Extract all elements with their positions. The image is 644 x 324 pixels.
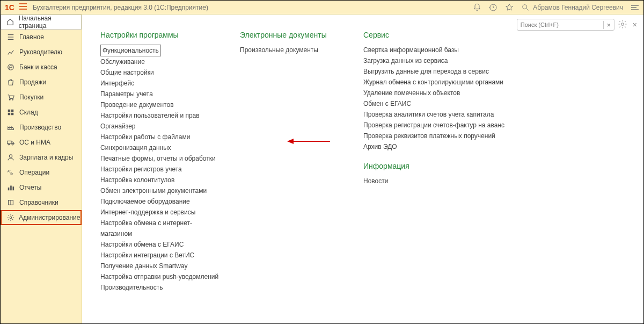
menu-link[interactable]: Общие настройки (100, 69, 154, 76)
bars-icon (6, 183, 15, 192)
sidebar-label: Справочники (19, 199, 58, 206)
menu-link[interactable]: Интернет-поддержка и сервисы (100, 208, 195, 216)
sidebar-label: Продажи (19, 78, 46, 86)
menu-link[interactable]: Журнал обмена с контролирующими органами (363, 78, 503, 86)
settings-gear-icon[interactable] (618, 19, 627, 31)
menu-link[interactable]: Настройки работы с файлами (100, 133, 190, 141)
menu-link[interactable]: Органайзер (100, 123, 136, 130)
search-clear-button[interactable]: × (603, 21, 614, 29)
sidebar-label: Банк и касса (19, 63, 57, 71)
svg-point-0 (523, 4, 527, 9)
panel-toggle-icon[interactable] (631, 3, 639, 12)
app-title: Бухгалтерия предприятия, редакция 3.0 (1… (33, 4, 208, 11)
hamburger-icon[interactable] (19, 2, 27, 13)
sidebar-item-0[interactable]: Главное (1, 30, 82, 45)
sidebar-label: Отчеты (19, 184, 41, 191)
chart-icon (6, 48, 15, 56)
bag-icon (6, 78, 15, 87)
sidebar-label: Производство (19, 124, 61, 131)
menu-link[interactable]: Настройки регистров учета (100, 165, 182, 173)
boxes-icon (6, 108, 15, 117)
svg-point-10 (12, 143, 13, 145)
search-input[interactable] (517, 21, 603, 28)
bell-icon[interactable] (473, 3, 481, 12)
menu-link[interactable]: Свертка информационной базы (363, 46, 459, 54)
sidebar-item-12[interactable]: Администрирование (1, 210, 82, 225)
menu-link[interactable]: Удаление помеченных объектов (363, 89, 460, 97)
cart-icon (6, 93, 15, 102)
menu-link[interactable]: Получение данных Smartway (100, 262, 188, 270)
sidebar-item-5[interactable]: Склад (1, 105, 82, 120)
sidebar-item-8[interactable]: Зарплата и кадры (1, 150, 82, 165)
svg-point-1 (8, 64, 14, 70)
menu-link[interactable]: Интерфейс (100, 80, 134, 87)
ruble-icon (6, 63, 15, 71)
menu-link[interactable]: Выгрузить данные для перехода в сервис (363, 68, 489, 75)
svg-rect-15 (10, 186, 12, 191)
sidebar: Начальная страница ГлавноеРуководителюБа… (1, 15, 82, 323)
page-toolbar: × × (517, 19, 637, 31)
menu-link[interactable]: Настройки обмена с ЕГАИС (100, 241, 184, 248)
settings-heading: Настройки программы (100, 31, 224, 39)
factory-icon (6, 123, 15, 132)
svg-rect-14 (8, 188, 10, 190)
menu-link[interactable]: Обмен с ЕГАИС (363, 100, 411, 107)
menu-link[interactable]: Функциональность (100, 45, 161, 56)
menu-link[interactable]: Настройка колонтитулов (100, 176, 174, 184)
menu-link[interactable]: Подключаемое оборудование (100, 198, 190, 205)
sidebar-item-11[interactable]: Справочники (1, 195, 82, 210)
menu-link[interactable]: Параметры учета (100, 90, 153, 98)
menu-link[interactable]: Проверка аналитики счетов учета капитала (363, 111, 494, 118)
menu-link[interactable]: Настройки пользователей и прав (100, 112, 200, 119)
sidebar-label: Склад (19, 109, 38, 116)
menu-link[interactable]: Загрузка данных из сервиса (363, 57, 448, 64)
sidebar-item-9[interactable]: ДтКтОперации (1, 165, 82, 180)
menu-link[interactable]: Произвольные документы (240, 46, 318, 54)
sidebar-item-4[interactable]: Покупки (1, 90, 82, 105)
star-icon[interactable] (505, 3, 514, 12)
sidebar-label: Главное (19, 33, 44, 41)
menu-link[interactable]: Проверка реквизитов платежных поручений (363, 132, 495, 140)
sidebar-item-1[interactable]: Руководителю (1, 45, 82, 60)
person-icon (6, 153, 15, 162)
menu-link[interactable]: Новости (363, 177, 388, 185)
svg-point-18 (621, 23, 624, 25)
menu-link[interactable]: Обмен электронными документами (100, 187, 207, 195)
user-name[interactable]: Абрамов Геннадий Сергеевич (533, 4, 623, 11)
search-box[interactable]: × (517, 19, 614, 31)
menu-link[interactable]: Проверка регистрации счетов-фактур на ав… (363, 121, 504, 129)
menu-link[interactable]: Настройка отправки push-уведомлений (100, 273, 218, 280)
sidebar-label: Руководителю (19, 48, 62, 56)
svg-point-3 (12, 99, 13, 100)
sidebar-item-3[interactable]: Продажи (1, 75, 82, 90)
sidebar-home[interactable]: Начальная страница (1, 15, 82, 30)
menu-link[interactable]: Настройки интеграции с ВетИС (100, 251, 194, 259)
svg-point-9 (8, 143, 10, 145)
truck-icon (6, 138, 15, 147)
sidebar-item-6[interactable]: Производство (1, 120, 82, 135)
menu-link[interactable]: Настройка обмена с интернет-магазином (100, 219, 192, 237)
svg-point-17 (10, 217, 12, 219)
book-icon (6, 198, 15, 207)
column-edocs: Электронные документы Произвольные докум… (240, 31, 347, 303)
sidebar-label: Администрирование (19, 214, 80, 221)
sidebar-item-10[interactable]: Отчеты (1, 180, 82, 195)
search-icon[interactable] (521, 3, 530, 12)
menu-link[interactable]: Производительность (100, 284, 163, 291)
svg-rect-16 (13, 186, 14, 190)
svg-text:Кт: Кт (10, 172, 13, 175)
sidebar-item-2[interactable]: Банк и касса (1, 60, 82, 75)
menu-link[interactable]: Печатные формы, отчеты и обработки (100, 155, 216, 162)
service-heading: Сервис (363, 31, 514, 39)
close-button[interactable]: × (633, 20, 637, 29)
menu-link[interactable]: Проведение документов (100, 101, 174, 109)
topbar: 1C Бухгалтерия предприятия, редакция 3.0… (1, 1, 643, 15)
svg-rect-5 (11, 110, 13, 112)
sidebar-item-7[interactable]: ОС и НМА (1, 135, 82, 150)
sidebar-label: Операции (19, 169, 49, 176)
menu-link[interactable]: Архив ЭДО (363, 143, 397, 150)
menu-link[interactable]: Синхронизация данных (100, 144, 171, 152)
gear-icon (7, 213, 14, 222)
menu-link[interactable]: Обслуживание (100, 58, 145, 66)
history-icon[interactable] (489, 3, 497, 12)
